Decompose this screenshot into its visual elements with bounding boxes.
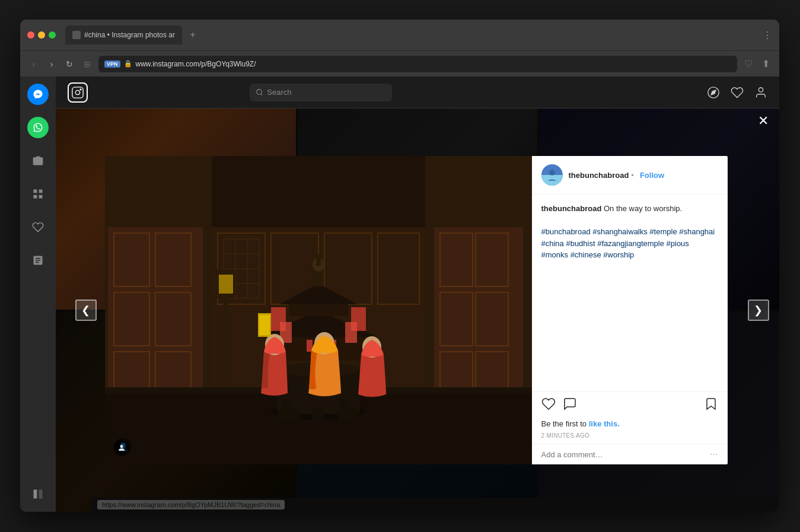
instagram-logo [68,82,88,103]
svg-rect-65 [313,408,324,420]
whatsapp-icon[interactable] [27,117,49,138]
svg-rect-70 [219,275,233,294]
notes-sidebar-icon[interactable] [27,250,49,271]
more-options-icon[interactable]: ··· [710,449,718,460]
sidebar-toggle-icon[interactable] [27,483,49,505]
left-arrow-icon: ❮ [81,304,90,317]
active-tab[interactable]: #china • Instagram photos ar [65,26,182,44]
svg-point-67 [336,407,360,421]
url-bar: ‹ › ↻ ⊞ VPN 🔒 www.instagram.com/p/BgOYq3… [20,50,779,77]
heart-sidebar-icon[interactable] [27,216,49,238]
right-panel: thebunchabroad • Follow thebunchabroad O… [532,156,728,464]
bookmark-icon[interactable]: ♡ [742,56,755,72]
share-icon[interactable]: ⬆ [760,56,772,72]
svg-point-3 [75,90,79,94]
svg-point-4 [80,89,81,90]
close-traffic-light[interactable] [27,31,34,39]
instagram-header: Search [56,77,779,109]
caption-hashtags[interactable]: #bunchabroad #shanghaiwalks #temple #sha… [541,227,715,259]
caption-text: thebunchabroad On the way to worship. #b… [541,203,718,261]
svg-rect-59 [345,322,357,343]
traffic-lights [27,31,56,39]
next-post-button[interactable]: ❯ [748,300,769,321]
post-modal: ❮ [65,109,779,512]
svg-point-8 [758,87,763,91]
vpn-badge: VPN [104,60,120,68]
back-button[interactable]: ‹ [27,58,40,71]
svg-point-86 [549,170,555,176]
svg-marker-7 [711,90,716,95]
actions-bar [532,391,728,416]
close-icon: ✕ [758,113,769,129]
prev-post-button[interactable]: ❮ [75,300,97,321]
post-username[interactable]: thebunchabroad [569,171,629,180]
svg-rect-0 [34,490,37,499]
separator: • [631,171,634,180]
monk-scene-svg: 👤 [105,156,532,464]
svg-point-66 [277,407,301,421]
svg-rect-80 [259,315,270,335]
notifications-icon[interactable] [731,86,744,99]
tab-area: #china • Instagram photos ar + [65,26,758,44]
profile-icon[interactable] [754,86,767,99]
new-tab-button[interactable]: + [186,28,200,42]
likes-text: Be the first to like this. [541,419,620,428]
lock-icon: 🔒 [124,60,132,68]
maximize-traffic-light[interactable] [49,31,56,39]
grid-view-button[interactable]: ⊞ [81,58,94,71]
likes-prefix: Be the first to [541,419,589,428]
comment-input[interactable] [541,450,710,459]
messenger-icon[interactable] [27,84,49,105]
url-text: www.instagram.com/p/BgOYq3Wlu9Z/ [136,60,256,68]
follow-button[interactable]: Follow [640,171,664,180]
search-placeholder: Search [267,88,291,97]
explore-icon[interactable] [707,86,720,99]
username-area: thebunchabroad • Follow [569,171,665,180]
grid-sidebar-icon[interactable] [27,183,49,205]
like-button[interactable] [541,397,556,411]
svg-marker-72 [213,297,234,298]
post-timestamp: 2 MINUTES AGO [532,431,728,444]
bookmark-post-button[interactable] [704,397,718,411]
tab-title: #china • Instagram photos ar [84,31,175,39]
reload-button[interactable]: ↻ [63,58,76,71]
likes-area: Be the first to like this. [532,416,728,431]
camera-sidebar-icon[interactable] [27,150,49,171]
caption-body: On the way to worship. [601,204,682,213]
main-content: Search [56,77,779,512]
window-controls-right: ⋮ [763,30,772,41]
post-header: thebunchabroad • Follow [532,156,728,195]
user-avatar[interactable] [541,164,563,186]
like-link[interactable]: like this. [589,419,620,428]
svg-rect-52 [316,254,321,266]
search-bar[interactable]: Search [250,84,392,101]
modal-container: ❮ [105,156,740,464]
minimize-traffic-light[interactable] [38,31,45,39]
svg-point-5 [257,90,262,95]
caption-username[interactable]: thebunchabroad [541,204,602,213]
title-bar: #china • Instagram photos ar + ⋮ [20,20,779,50]
user-tag-icon[interactable] [113,439,130,456]
svg-marker-71 [215,270,232,272]
comment-button[interactable] [563,397,577,411]
url-field[interactable]: VPN 🔒 www.instagram.com/p/BgOYq3Wlu9Z/ [98,56,737,72]
svg-rect-1 [39,490,43,499]
comment-area: ··· [532,444,728,464]
search-icon [256,88,263,96]
mac-window: #china • Instagram photos ar + ⋮ ‹ › ↻ ⊞… [20,20,779,512]
forward-button[interactable]: › [45,58,58,71]
close-button[interactable]: ✕ [754,112,772,130]
sidebar [20,77,56,512]
header-icons [707,86,767,99]
photo-panel: 👤 [105,156,532,464]
svg-rect-85 [541,180,563,186]
tab-favicon [72,31,81,39]
svg-rect-2 [72,87,83,97]
caption-area: thebunchabroad On the way to worship. #b… [532,195,728,391]
right-arrow-icon: ❯ [754,304,763,317]
monk-scene: 👤 [105,156,532,464]
